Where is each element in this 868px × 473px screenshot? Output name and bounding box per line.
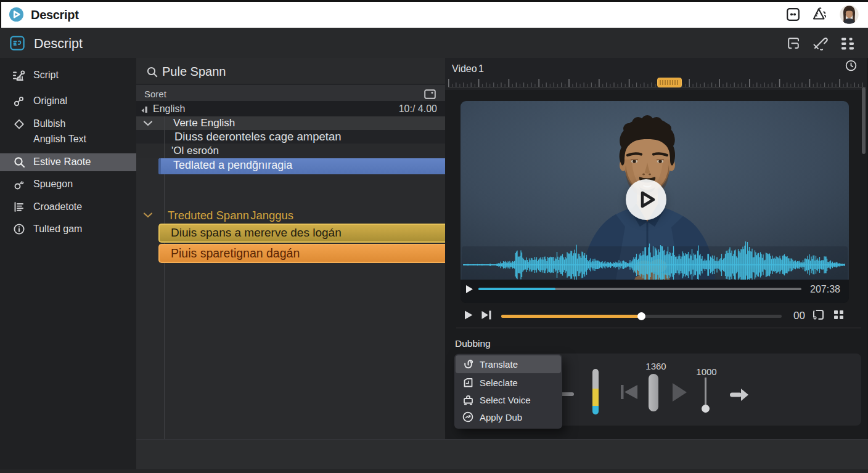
svg-text:207:38: 207:38 (810, 284, 840, 294)
